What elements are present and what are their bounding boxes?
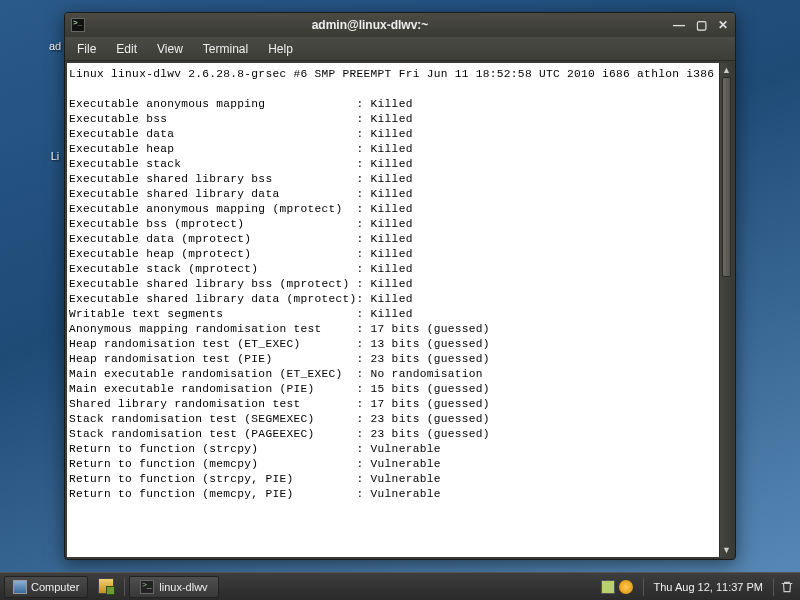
menu-edit[interactable]: Edit [106, 39, 147, 59]
system-tray [601, 580, 639, 594]
tray-icon[interactable] [601, 580, 615, 594]
menu-view[interactable]: View [147, 39, 193, 59]
terminal-window: admin@linux-dlwv:~ — ▢ ✕ File Edit View … [64, 12, 736, 560]
separator [773, 578, 774, 596]
maximize-button[interactable]: ▢ [691, 17, 711, 33]
start-button[interactable]: Computer [4, 576, 88, 598]
menu-help[interactable]: Help [258, 39, 303, 59]
terminal-content: Linux linux-dlwv 2.6.28.8-grsec #6 SMP P… [67, 63, 719, 557]
trash-icon[interactable] [778, 578, 796, 596]
scroll-down-icon[interactable]: ▼ [720, 543, 733, 557]
separator [643, 578, 644, 596]
scrollbar-thumb[interactable] [722, 77, 731, 277]
terminal-icon [71, 18, 85, 32]
menubar: File Edit View Terminal Help [65, 37, 735, 61]
taskbar-item[interactable]: linux-dlwv [129, 576, 218, 598]
close-button[interactable]: ✕ [713, 17, 733, 33]
menu-terminal[interactable]: Terminal [193, 39, 258, 59]
taskbar-item-label: linux-dlwv [159, 581, 207, 593]
editor-icon[interactable] [98, 578, 114, 594]
titlebar[interactable]: admin@linux-dlwv:~ — ▢ ✕ [65, 13, 735, 37]
clock[interactable]: Thu Aug 12, 11:37 PM [648, 581, 769, 593]
scroll-up-icon[interactable]: ▲ [720, 63, 733, 77]
taskbar: Computer linux-dlwv Thu Aug 12, 11:37 PM [0, 572, 800, 600]
scrollbar[interactable]: ▲ ▼ [719, 63, 733, 557]
quick-launch [94, 578, 120, 596]
minimize-button[interactable]: — [669, 17, 689, 33]
start-label: Computer [31, 581, 79, 593]
terminal-icon [140, 580, 154, 594]
terminal-body[interactable]: Linux linux-dlwv 2.6.28.8-grsec #6 SMP P… [67, 63, 733, 557]
start-icon [13, 580, 27, 594]
update-icon[interactable] [619, 580, 633, 594]
window-title: admin@linux-dlwv:~ [71, 18, 669, 32]
menu-file[interactable]: File [67, 39, 106, 59]
separator [124, 578, 125, 596]
